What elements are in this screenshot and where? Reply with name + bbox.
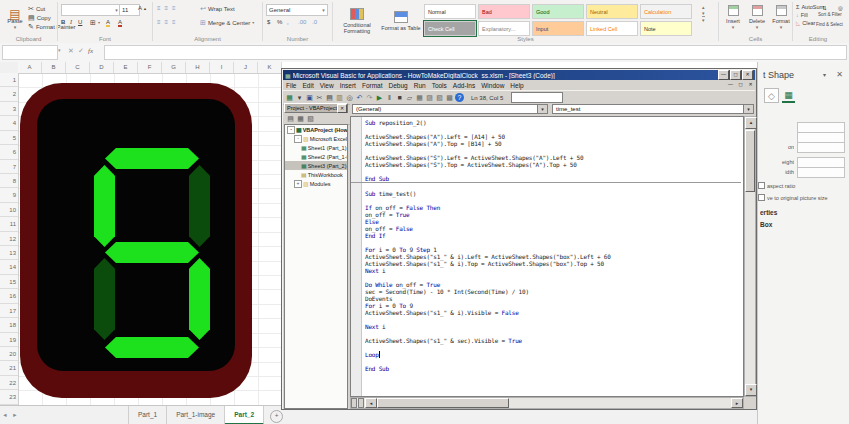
tree-item[interactable]: ▦Sheet2 (Part_1-image) <box>285 152 347 161</box>
wrap-text-button[interactable]: ↩Wrap Text <box>200 5 235 12</box>
panel-menu-icon[interactable]: ▾ <box>823 71 826 78</box>
enter-icon[interactable]: ✓ <box>78 47 84 55</box>
cancel-icon[interactable]: ✕ <box>68 47 74 55</box>
object-browser-icon[interactable]: ▧ <box>435 93 444 102</box>
horizontal-scrollbar[interactable]: ◂ ▸ <box>350 397 744 409</box>
row-header-21[interactable]: 21 <box>0 361 18 375</box>
properties-window-icon[interactable]: ▨ <box>425 93 434 102</box>
percent-style-button[interactable]: % <box>277 19 282 25</box>
new-sheet-button[interactable]: + <box>270 410 283 423</box>
decrease-decimal-button[interactable]: .0 <box>312 19 317 25</box>
format-as-table-button[interactable]: Format as Table <box>380 3 422 39</box>
scroll-up-icon[interactable]: ▴ <box>745 117 757 129</box>
row-header-19[interactable]: 19 <box>0 333 18 347</box>
font-size-combo[interactable]: 11 <box>119 4 140 16</box>
tab-scroll-left-icon[interactable]: ◂ <box>0 406 10 424</box>
vba-menu-add-ins[interactable]: Add-Ins <box>450 82 478 89</box>
expand-icon[interactable]: + <box>294 180 302 188</box>
formula-input[interactable] <box>104 45 847 60</box>
child-minimize-icon[interactable]: — <box>726 81 735 89</box>
row-header-12[interactable]: 12 <box>0 232 18 246</box>
tree-item[interactable]: -▦VBAProject (HowToMakeDigitalClock_ss.x… <box>285 125 347 134</box>
view-object-icon[interactable]: ▦ <box>296 114 305 123</box>
row-header-22[interactable]: 22 <box>0 376 18 390</box>
fill-button[interactable]: ↓Fill <box>796 12 808 18</box>
collapse-icon[interactable]: - <box>294 135 302 143</box>
vba-menu-tools[interactable]: Tools <box>429 82 450 89</box>
collapse-icon[interactable]: - <box>287 126 295 134</box>
scroll-left-icon[interactable]: ◂ <box>365 398 377 408</box>
object-dropdown[interactable]: (General) ▾ <box>352 104 548 114</box>
style-input[interactable]: Input <box>532 21 584 36</box>
column-header-D[interactable]: D <box>90 62 114 73</box>
cut-button[interactable]: ✂Cut <box>28 5 45 12</box>
column-header-H[interactable]: H <box>186 62 210 73</box>
sheet-tab-Part_2[interactable]: Part_2 <box>225 406 264 424</box>
tree-item[interactable]: ▦Sheet1 (Part_1) <box>285 143 347 152</box>
row-header-6[interactable]: 6 <box>0 145 18 159</box>
redo-icon[interactable]: ↷ <box>365 93 374 102</box>
style-linked-cell[interactable]: Linked Cell <box>586 21 638 36</box>
paste-button[interactable]: ▤ Paste ▾ <box>4 3 26 37</box>
row-header-14[interactable]: 14 <box>0 260 18 274</box>
vba-minimize-button[interactable]: — <box>718 70 729 80</box>
gallery-scroll-buttons[interactable]: ▴ ▾ ▾ <box>702 4 705 23</box>
object-dropdown-arrow-icon[interactable]: ▾ <box>537 105 547 113</box>
style-explanatory-[interactable]: Explanatory... <box>478 21 530 36</box>
scroll-right-icon[interactable]: ▸ <box>731 398 743 408</box>
save-icon[interactable]: ▣ <box>305 93 314 102</box>
horizontal-align-icons[interactable]: ≡≡≡ <box>157 19 178 25</box>
paste-icon[interactable]: ▥ <box>335 93 344 102</box>
scroll-track[interactable] <box>509 398 731 408</box>
paste-dropdown-arrow-icon[interactable]: ▾ <box>14 24 17 30</box>
style-neutral[interactable]: Neutral <box>586 4 638 19</box>
scroll-down-icon[interactable]: ▾ <box>745 384 757 396</box>
row-header-17[interactable]: 17 <box>0 304 18 318</box>
find-select-button[interactable]: ◎ <box>838 5 843 11</box>
style-note[interactable]: Note <box>640 21 692 36</box>
reset-icon[interactable]: ■ <box>395 93 404 102</box>
style-bad[interactable]: Bad <box>478 4 530 19</box>
name-box-dropdown-icon[interactable]: ▾ <box>58 47 61 53</box>
borders-button[interactable]: ⊞▾ <box>90 19 100 26</box>
child-restore-icon[interactable]: ◻ <box>736 81 745 89</box>
column-header-A[interactable]: A <box>18 62 42 73</box>
column-header-F[interactable]: F <box>138 62 162 73</box>
undo-icon[interactable]: ↶ <box>355 93 364 102</box>
number-format-combo[interactable]: General▾ <box>266 4 328 16</box>
tree-item[interactable]: +▨Modules <box>285 179 347 188</box>
insert-function-icon[interactable]: fx <box>88 47 93 55</box>
row-header-13[interactable]: 13 <box>0 246 18 260</box>
accounting-format-button[interactable]: $ <box>267 19 270 25</box>
row-header-2[interactable]: 2 <box>0 87 18 101</box>
toolbar-combo[interactable] <box>511 92 563 103</box>
vba-menu-file[interactable]: File <box>283 82 299 89</box>
field-input[interactable] <box>797 167 845 178</box>
vba-menu-debug[interactable]: Debug <box>386 82 411 89</box>
run-icon[interactable]: ▶ <box>375 93 384 102</box>
row-header-20[interactable]: 20 <box>0 347 18 361</box>
autosum-button[interactable]: ΣAutoSum <box>796 4 824 10</box>
panel-section-header[interactable]: erties <box>760 209 777 216</box>
vba-menu-format[interactable]: Format <box>359 82 386 89</box>
vba-restore-button[interactable]: ◻ <box>730 70 741 80</box>
toggle-folders-icon[interactable]: ▧ <box>306 114 315 123</box>
checkbox-icon[interactable] <box>758 194 765 201</box>
vba-close-button[interactable]: ✕ <box>742 70 753 80</box>
vba-menu-view[interactable]: View <box>317 82 337 89</box>
underline-button[interactable]: U <box>78 19 82 25</box>
sort-filter-button[interactable]: ⇅ <box>822 5 827 11</box>
row-header-10[interactable]: 10 <box>0 203 18 217</box>
code-editor[interactable]: Sub reposition_2()ActiveSheet.Shapes("A"… <box>350 116 744 397</box>
find-icon[interactable]: ◎ <box>345 93 354 102</box>
sheet-tab-Part_1-image[interactable]: Part_1-image <box>167 406 225 424</box>
column-header-I[interactable]: I <box>210 62 234 73</box>
toolbox-icon[interactable]: ▩ <box>445 93 454 102</box>
row-header-8[interactable]: 8 <box>0 174 18 188</box>
column-header-K[interactable]: K <box>258 62 282 73</box>
help-icon[interactable]: ? <box>455 93 464 102</box>
grow-font-button[interactable]: A▲ <box>138 5 147 11</box>
row-header-1[interactable]: 1 <box>0 73 18 87</box>
split-box[interactable] <box>358 398 364 408</box>
vertical-align-icons[interactable]: ≡≡≡ <box>157 5 178 11</box>
